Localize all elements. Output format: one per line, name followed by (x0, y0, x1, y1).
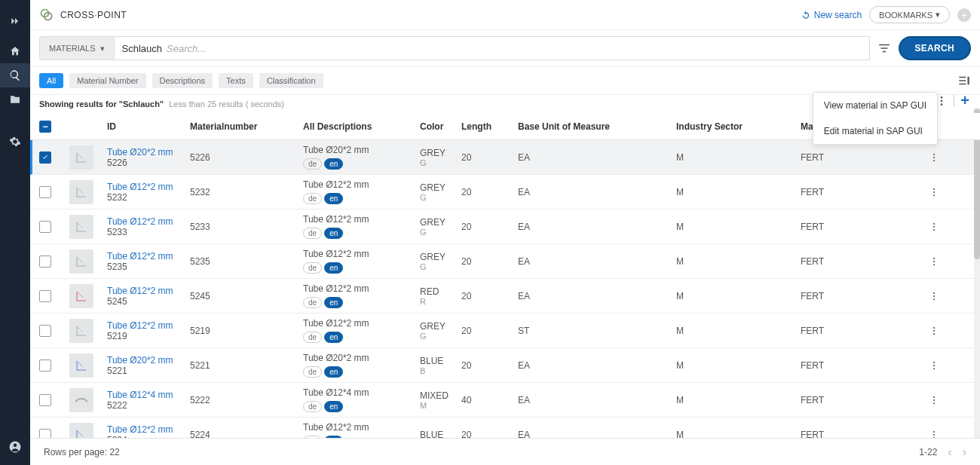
lang-en-pill[interactable]: en (324, 228, 343, 239)
row-checkbox[interactable] (39, 290, 51, 302)
col-id[interactable]: ID (107, 121, 190, 132)
lang-de-pill[interactable]: de (303, 158, 322, 170)
menu-edit-sap[interactable]: Edit material in SAP GUI (813, 118, 937, 144)
lang-en-pill[interactable]: en (324, 436, 343, 438)
chip-texts[interactable]: Texts (219, 73, 253, 88)
table-row[interactable]: Tube Ø12*2 mm52455245Tube Ø12*2 mmdeenRE… (30, 279, 980, 314)
search-button[interactable]: SEARCH (899, 36, 971, 60)
col-sector[interactable]: Industry Sector (676, 121, 801, 132)
row-actions-button[interactable] (929, 430, 951, 439)
row-checkbox[interactable] (39, 325, 51, 337)
row-title-link[interactable]: Tube Ø12*2 mm (107, 286, 190, 296)
cell-type: FERT (801, 152, 929, 163)
row-checkbox[interactable] (39, 221, 51, 233)
view-toggle-icon[interactable] (957, 74, 971, 87)
select-all-checkbox[interactable]: − (39, 121, 51, 133)
row-actions-button[interactable] (929, 395, 951, 405)
lang-de-pill[interactable]: de (303, 228, 322, 239)
bookmarks-label: BOOKMARKS (879, 11, 933, 20)
new-search-link[interactable]: New search (801, 10, 862, 20)
table-row[interactable]: Tube Ø12*2 mm52325232Tube Ø12*2 mmdeenGR… (30, 175, 980, 210)
row-title-link[interactable]: Tube Ø20*2 mm (107, 147, 190, 158)
row-actions-button[interactable] (929, 222, 951, 232)
row-actions-button[interactable] (929, 291, 951, 301)
lang-en-pill[interactable]: en (324, 158, 343, 170)
cell-materialnumber: 5219 (190, 326, 303, 336)
table-row[interactable]: Tube Ø12*2 mm52245224Tube Ø12*2 mmdeenBL… (30, 418, 980, 438)
row-checkbox[interactable] (39, 255, 51, 268)
lang-en-pill[interactable]: en (324, 332, 343, 343)
row-title-link[interactable]: Tube Ø12*2 mm (107, 216, 190, 227)
account-icon[interactable] (0, 435, 30, 459)
lang-en-pill[interactable]: en (324, 193, 343, 204)
chip-descriptions[interactable]: Descriptions (152, 73, 213, 88)
col-descriptions[interactable]: All Descriptions (303, 121, 420, 132)
row-checkbox[interactable] (39, 394, 51, 406)
menu-view-sap[interactable]: View material in SAP GUI (813, 93, 937, 118)
expand-icon[interactable] (0, 9, 30, 33)
cell-color: BLUE (420, 356, 461, 366)
row-title-link[interactable]: Tube Ø12*2 mm (107, 182, 190, 192)
topbar: CROSS·POINT New search BOOKMARKS▾ + (30, 0, 980, 30)
materials-dropdown[interactable]: MATERIALS▾ (39, 36, 115, 60)
table-row[interactable]: Tube Ø20*2 mm52215221Tube Ø20*2 mmdeenBL… (30, 348, 980, 383)
search-icon[interactable] (0, 63, 30, 87)
cell-type: FERT (801, 291, 929, 301)
next-page-button[interactable]: › (963, 445, 966, 459)
cell-type: FERT (801, 222, 929, 232)
row-title-link[interactable]: Tube Ø12*2 mm (107, 320, 190, 331)
rows-per-page: Rows per page: 22 (44, 447, 120, 457)
row-actions-button[interactable] (929, 326, 951, 336)
chip-material-number[interactable]: Material Number (69, 73, 145, 88)
row-title-link[interactable]: Tube Ø12*4 mm (107, 390, 190, 400)
row-title-link[interactable]: Tube Ø20*2 mm (107, 355, 190, 366)
cell-type: FERT (801, 395, 929, 405)
col-length[interactable]: Length (461, 121, 518, 132)
bookmarks-dropdown[interactable]: BOOKMARKS▾ (869, 6, 950, 23)
search-input[interactable]: Schlauch Search... (115, 36, 870, 60)
row-actions-button[interactable] (929, 152, 951, 163)
table-row[interactable]: Tube Ø12*4 mm52225222Tube Ø12*4 mmdeenMI… (30, 383, 980, 418)
row-checkbox[interactable] (39, 429, 51, 439)
chip-classification[interactable]: Classification (259, 73, 323, 88)
cell-description: Tube Ø12*2 mm (303, 283, 420, 294)
lang-en-pill[interactable]: en (324, 297, 343, 308)
chip-all[interactable]: All (39, 73, 63, 88)
lang-de-pill[interactable]: de (303, 436, 322, 438)
lang-de-pill[interactable]: de (303, 262, 322, 274)
row-checkbox[interactable] (39, 151, 51, 164)
lang-en-pill[interactable]: en (324, 262, 343, 274)
home-icon[interactable] (0, 39, 30, 63)
lang-de-pill[interactable]: de (303, 297, 322, 308)
lang-de-pill[interactable]: de (303, 401, 322, 412)
results-sub: Less than 25 results ( seconds) (169, 99, 284, 109)
col-materialnumber[interactable]: Materialnumber (190, 121, 303, 132)
lang-en-pill[interactable]: en (324, 401, 343, 412)
table-row[interactable]: Tube Ø12*2 mm52355235Tube Ø12*2 mmdeenGR… (30, 244, 980, 279)
prev-page-button[interactable]: ‹ (948, 445, 951, 459)
add-button[interactable]: + (960, 92, 969, 109)
lang-de-pill[interactable]: de (303, 193, 322, 204)
table-row[interactable]: Tube Ø12*2 mm52335233Tube Ø12*2 mmdeenGR… (30, 210, 980, 244)
row-actions-button[interactable] (929, 256, 951, 267)
col-uom[interactable]: Base Unit of Measure (518, 121, 676, 132)
row-title-link[interactable]: Tube Ø12*2 mm (107, 424, 190, 435)
row-actions-button[interactable] (929, 187, 951, 197)
row-title-link[interactable]: Tube Ø12*2 mm (107, 251, 190, 262)
lang-en-pill[interactable]: en (324, 366, 343, 378)
folder-icon[interactable] (0, 87, 30, 112)
table-row[interactable]: Tube Ø12*2 mm52195219Tube Ø12*2 mmdeenGR… (30, 314, 980, 348)
svg-point-26 (933, 364, 935, 366)
filter-icon[interactable] (877, 41, 891, 55)
lang-de-pill[interactable]: de (303, 332, 322, 343)
scrollbar[interactable] (974, 109, 980, 438)
row-checkbox[interactable] (39, 186, 51, 198)
row-checkbox[interactable] (39, 359, 51, 372)
gear-icon[interactable] (0, 130, 30, 154)
table-row[interactable]: Tube Ø20*2 mm52265226Tube Ø20*2 mmdeenGR… (30, 140, 980, 175)
row-actions-button[interactable] (929, 360, 951, 371)
add-bookmark-button[interactable]: + (957, 8, 971, 22)
lang-de-pill[interactable]: de (303, 366, 322, 378)
svg-point-7 (933, 153, 935, 154)
col-color[interactable]: Color (420, 121, 461, 132)
